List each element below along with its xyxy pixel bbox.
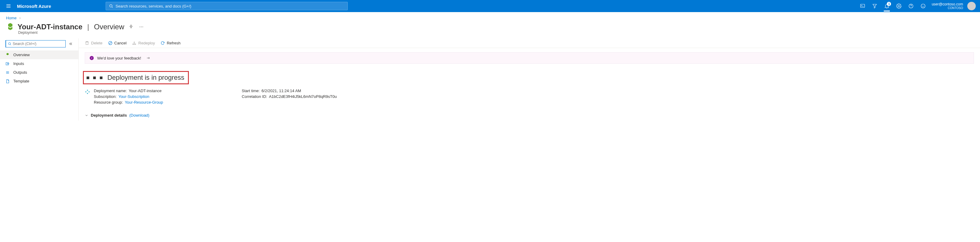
smile-icon [920, 3, 926, 9]
resource-group-label: Resource group: [94, 100, 123, 104]
title-separator: | [85, 23, 91, 31]
main-panel: Delete Cancel Redeploy Refresh [79, 38, 980, 120]
topbar: Microsoft Azure 1 user@contoso.com CONTO… [0, 0, 980, 12]
svg-line-4 [112, 7, 113, 8]
svg-marker-7 [873, 4, 877, 8]
outputs-icon [5, 70, 10, 74]
account-email: user@contoso.com [932, 2, 963, 6]
redeploy-button[interactable]: Redeploy [132, 41, 155, 45]
sidebar-item-inputs[interactable]: Inputs [0, 59, 78, 68]
pin-button[interactable] [127, 23, 135, 30]
delete-button[interactable]: Delete [85, 41, 103, 45]
global-search-input[interactable] [116, 4, 344, 8]
cloud-shell-icon [860, 3, 865, 9]
svg-point-17 [8, 43, 11, 45]
chevron-down-icon [85, 114, 88, 117]
svg-point-12 [923, 5, 923, 6]
cancel-icon [108, 41, 113, 45]
subscription-link[interactable]: Your-Subscription [118, 94, 149, 99]
deployment-details-toggle[interactable]: Deployment details (Download) [79, 107, 980, 120]
account-menu[interactable]: user@contoso.com CONTOSO [929, 2, 966, 10]
filter-icon [872, 3, 877, 9]
correlation-id-value: A1bC2dE3fH4iJ5kL6mN7oP8qR9sT0u [269, 94, 337, 99]
inputs-icon [5, 62, 10, 66]
collapse-sidebar-button[interactable] [69, 42, 73, 46]
status-text: Deployment is in progress [107, 74, 184, 82]
cancel-button[interactable]: Cancel [108, 41, 127, 45]
deployment-name-label: Deployment name: [94, 89, 127, 93]
notifications-button[interactable]: 1 [881, 0, 893, 12]
more-icon [139, 24, 144, 29]
svg-point-16 [142, 27, 143, 27]
trash-icon [85, 41, 89, 45]
notification-badge: 1 [887, 2, 891, 6]
delete-label: Delete [91, 41, 103, 45]
sidebar-item-label: Outputs [13, 70, 27, 74]
deployment-details-label: Deployment details [91, 113, 127, 117]
settings-button[interactable] [893, 0, 905, 12]
svg-point-3 [110, 5, 112, 7]
start-time-label: Start time: [242, 89, 260, 93]
more-button[interactable] [138, 23, 145, 30]
progress-icon: ■ ■ ■ [86, 74, 104, 81]
breadcrumb: Home [0, 12, 980, 21]
gear-icon [896, 3, 902, 9]
sidebar: Overview Inputs Outputs Template [0, 38, 79, 120]
page-section: Overview [94, 23, 124, 31]
refresh-icon [161, 41, 165, 45]
svg-point-11 [921, 4, 926, 8]
resource-group-link[interactable]: Your-Resource-Group [125, 100, 163, 104]
svg-rect-24 [86, 42, 88, 45]
correlation-id-label: Correlation ID: [242, 94, 267, 99]
sidebar-search-input[interactable] [13, 42, 64, 46]
redeploy-label: Redeploy [138, 41, 155, 45]
refresh-button[interactable]: Refresh [161, 41, 181, 45]
cancel-label: Cancel [115, 41, 127, 45]
svg-rect-27 [133, 44, 136, 45]
svg-rect-5 [861, 4, 865, 8]
search-icon [8, 42, 11, 46]
directory-filter-button[interactable] [869, 0, 881, 12]
arrow-right-icon [146, 56, 151, 60]
chevron-right-icon [19, 17, 21, 20]
feedback-button[interactable] [917, 0, 929, 12]
help-button[interactable] [905, 0, 917, 12]
template-icon [5, 79, 10, 83]
cloud-shell-button[interactable] [856, 0, 869, 12]
search-icon [109, 4, 113, 8]
sidebar-item-label: Overview [13, 52, 30, 57]
chevron-double-left-icon [69, 42, 73, 46]
overview-icon [5, 53, 10, 57]
deployment-meta: Deployment name: Your-ADT-instance Subsc… [79, 86, 980, 107]
pin-icon [129, 24, 134, 29]
resource-icon [6, 23, 14, 31]
download-link[interactable]: (Download) [129, 113, 149, 117]
redeploy-icon [132, 41, 137, 45]
avatar[interactable] [967, 2, 976, 10]
notification-indicator [884, 11, 890, 11]
sidebar-search[interactable] [5, 40, 66, 47]
sidebar-item-template[interactable]: Template [0, 77, 78, 85]
resource-type-label: Deployment [0, 30, 980, 38]
svg-point-14 [140, 27, 140, 27]
breadcrumb-home[interactable]: Home [6, 16, 17, 20]
account-directory: CONTOSO [932, 6, 963, 10]
start-time-value: 6/2/2021, 11:24:14 AM [261, 89, 301, 93]
deployment-name-value: Your-ADT-instance [129, 89, 162, 93]
resource-name: Your-ADT-instance [18, 23, 82, 31]
deployment-status: ■ ■ ■ Deployment is in progress [83, 71, 189, 84]
sidebar-item-overview[interactable]: Overview [0, 51, 78, 59]
svg-point-15 [141, 27, 142, 27]
menu-icon [6, 3, 11, 9]
sidebar-item-label: Template [13, 79, 29, 83]
sidebar-item-label: Inputs [13, 61, 24, 66]
toolbar: Delete Cancel Redeploy Refresh [79, 38, 980, 48]
global-search[interactable] [106, 2, 348, 10]
brand-label[interactable]: Microsoft Azure [14, 4, 63, 9]
sidebar-item-outputs[interactable]: Outputs [0, 68, 78, 77]
page-title-row: Your-ADT-instance | Overview [0, 21, 980, 32]
feedback-bar[interactable]: We'd love your feedback! [85, 52, 974, 64]
svg-point-13 [924, 5, 924, 6]
svg-line-26 [109, 42, 111, 44]
menu-button[interactable] [2, 0, 14, 12]
